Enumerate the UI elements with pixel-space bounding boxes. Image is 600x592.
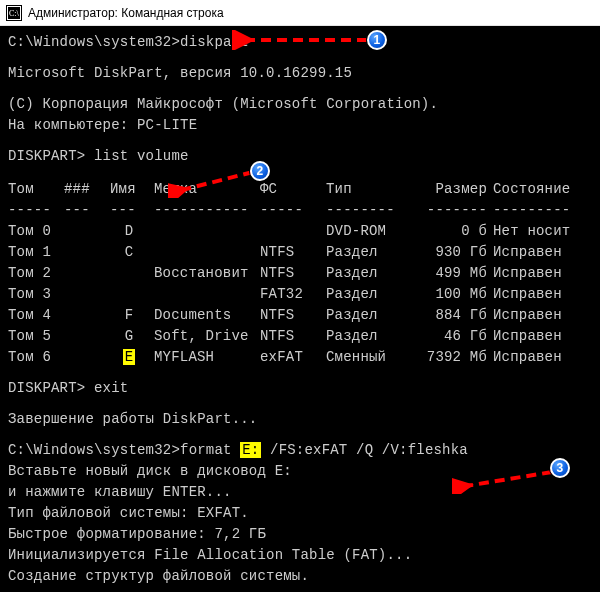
- command-list-volume: list volume: [94, 148, 189, 164]
- prompt-line-1: C:\Windows\system32>diskpart: [0, 32, 600, 53]
- table-row: Том 2ВосстановитNTFSРаздел499 МбИсправен: [8, 263, 592, 284]
- cell-vol: Том 1: [8, 242, 58, 263]
- cell-fs: NTFS: [260, 305, 320, 326]
- table-divider: ----------------------------------------…: [8, 200, 592, 221]
- cell-label: MYFLASH: [154, 347, 254, 368]
- fs-type-line: Тип файловой системы: EXFAT.: [0, 503, 600, 524]
- cmd-icon: C:\: [6, 5, 22, 21]
- svg-text:C:\: C:\: [9, 9, 20, 18]
- cell-fs: exFAT: [260, 347, 320, 368]
- cell-ltr: C: [110, 242, 148, 263]
- col-ltr: Имя: [110, 179, 148, 200]
- cell-size: 499 Мб: [412, 263, 487, 284]
- volume-table: Том ### Имя Метка ФС Тип Размер Состояни…: [0, 177, 600, 368]
- cell-type: Сменный: [326, 347, 406, 368]
- prompt-line-3: C:\Windows\system32>format E: /FS:exFAT …: [0, 440, 600, 461]
- cell-num: [64, 284, 104, 305]
- cell-type: DVD-ROM: [326, 221, 406, 242]
- cell-type: Раздел: [326, 305, 406, 326]
- cell-label: [154, 284, 254, 305]
- command-exit: exit: [94, 380, 128, 396]
- cell-size: 930 Гб: [412, 242, 487, 263]
- table-row: Том 4FDocumentsNTFSРаздел884 ГбИсправен: [8, 305, 592, 326]
- cell-num: [64, 242, 104, 263]
- cell-fs: NTFS: [260, 263, 320, 284]
- col-label: Метка: [154, 179, 254, 200]
- creating-line: Создание структур файловой системы.: [0, 566, 600, 587]
- cell-label: Documents: [154, 305, 254, 326]
- cell-status: Исправен: [493, 263, 592, 284]
- cell-label: [154, 221, 254, 242]
- titlebar: C:\ Администратор: Командная строка: [0, 0, 600, 26]
- cell-size: 46 Гб: [412, 326, 487, 347]
- cell-num: [64, 221, 104, 242]
- terminal[interactable]: C:\Windows\system32>diskpart Microsoft D…: [0, 26, 600, 592]
- cell-ltr: F: [110, 305, 148, 326]
- cell-type: Раздел: [326, 326, 406, 347]
- table-row: Том 3FAT32Раздел100 МбИсправен: [8, 284, 592, 305]
- cell-ltr: D: [110, 221, 148, 242]
- version-line: Microsoft DiskPart, версия 10.0.16299.15: [0, 63, 600, 84]
- cell-num: [64, 263, 104, 284]
- cell-type: Раздел: [326, 242, 406, 263]
- command-diskpart: diskpart: [180, 34, 249, 50]
- cell-fs: NTFS: [260, 242, 320, 263]
- cell-type: Раздел: [326, 284, 406, 305]
- diskpart-prompt-1: DISKPART> list volume: [0, 146, 600, 167]
- cell-status: Исправен: [493, 347, 592, 368]
- diskpart-prompt-2: DISKPART> exit: [0, 378, 600, 399]
- cell-size: 884 Гб: [412, 305, 487, 326]
- cell-ltr: E: [110, 347, 148, 368]
- cell-status: Исправен: [493, 326, 592, 347]
- cell-size: 0 б: [412, 221, 487, 242]
- quickfmt-line: Быстрое форматирование: 7,2 ГБ: [0, 524, 600, 545]
- cell-status: Исправен: [493, 305, 592, 326]
- cell-label: Soft, Drive: [154, 326, 254, 347]
- table-header: Том ### Имя Метка ФС Тип Размер Состояни…: [8, 179, 592, 200]
- cell-ltr: [110, 284, 148, 305]
- insert-disk-line: Вставьте новый диск в дисковод E:: [0, 461, 600, 482]
- col-num: ###: [64, 179, 104, 200]
- computer-line: На компьютере: PC-LITE: [0, 115, 600, 136]
- command-format-a: format: [180, 442, 240, 458]
- copyright-line: (C) Корпорация Майкрософт (Microsoft Cor…: [0, 94, 600, 115]
- col-status: Состояние: [493, 179, 592, 200]
- cell-num: [64, 326, 104, 347]
- cell-ltr: [110, 263, 148, 284]
- cell-status: Исправен: [493, 242, 592, 263]
- col-type: Тип: [326, 179, 406, 200]
- cell-status: Нет носит: [493, 221, 592, 242]
- cell-size: 7392 Мб: [412, 347, 487, 368]
- cell-ltr: G: [110, 326, 148, 347]
- cell-size: 100 Мб: [412, 284, 487, 305]
- window-title: Администратор: Командная строка: [28, 6, 224, 20]
- cell-vol: Том 4: [8, 305, 58, 326]
- col-vol: Том: [8, 179, 58, 200]
- cell-vol: Том 3: [8, 284, 58, 305]
- table-row: Том 1CNTFSРаздел930 ГбИсправен: [8, 242, 592, 263]
- press-enter-line: и нажмите клавишу ENTER...: [0, 482, 600, 503]
- cell-vol: Том 5: [8, 326, 58, 347]
- cell-status: Исправен: [493, 284, 592, 305]
- cell-num: [64, 347, 104, 368]
- table-row: Том 0DDVD-ROM0 бНет носит: [8, 221, 592, 242]
- col-fs: ФС: [260, 179, 320, 200]
- cell-vol: Том 6: [8, 347, 58, 368]
- format-drive-letter: E:: [240, 442, 261, 458]
- closing-line: Завершение работы DiskPart...: [0, 409, 600, 430]
- cell-label: [154, 242, 254, 263]
- cell-fs: NTFS: [260, 326, 320, 347]
- table-row: Том 5GSoft, DriveNTFSРаздел46 ГбИсправен: [8, 326, 592, 347]
- cell-fs: [260, 221, 320, 242]
- cell-vol: Том 0: [8, 221, 58, 242]
- cell-type: Раздел: [326, 263, 406, 284]
- cell-vol: Том 2: [8, 263, 58, 284]
- command-format-b: /FS:exFAT /Q /V:fleshka: [261, 442, 467, 458]
- cell-label: Восстановит: [154, 263, 254, 284]
- table-row: Том 6EMYFLASHexFATСменный7392 МбИсправен: [8, 347, 592, 368]
- cell-num: [64, 305, 104, 326]
- initfat-line: Инициализируется File Allocation Table (…: [0, 545, 600, 566]
- col-size: Размер: [412, 179, 487, 200]
- cell-fs: FAT32: [260, 284, 320, 305]
